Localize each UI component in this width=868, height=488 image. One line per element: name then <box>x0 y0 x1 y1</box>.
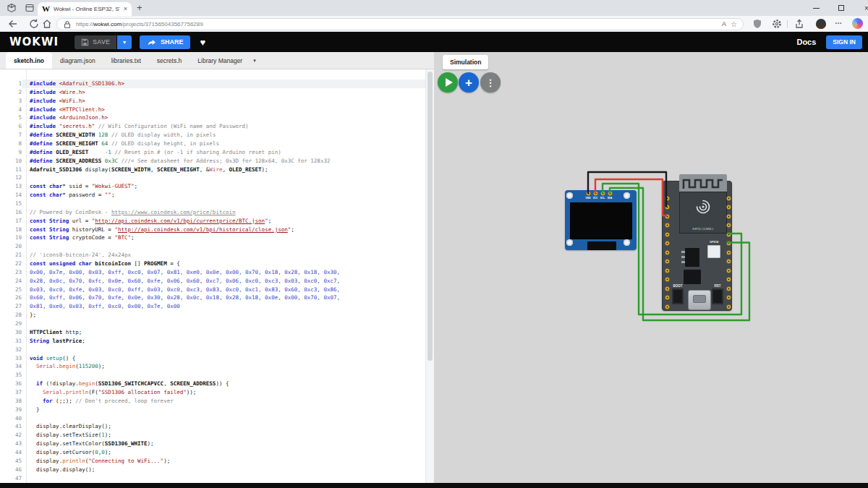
reset-button[interactable] <box>712 288 723 304</box>
esp32-pin[interactable] <box>726 277 731 282</box>
code-line[interactable]: 9#define OLED_RESET -1 // Reset pin # (o… <box>0 148 425 157</box>
esp32-pin[interactable] <box>726 268 731 273</box>
profile-avatar[interactable] <box>816 19 826 29</box>
code-line[interactable]: 40 <box>0 414 425 423</box>
url-text[interactable]: https://wokwi.com/projects/3715650435677… <box>76 21 718 27</box>
code-line[interactable]: 8#define SCREEN_HEIGHT 64 // OLED displa… <box>0 140 425 148</box>
esp32-pin[interactable] <box>665 205 670 210</box>
code-line[interactable]: 42 display.setTextSize(1); <box>0 431 425 440</box>
code-line[interactable]: 1#include <Adafruit_SSD1306.h> <box>0 80 425 88</box>
save-button[interactable]: SAVE <box>75 35 116 49</box>
code-line[interactable]: 41 display.clearDisplay(); <box>0 422 425 431</box>
code-line[interactable]: 13const char* ssid = "Wokwi-GUEST"; <box>0 182 425 191</box>
esp32-pin[interactable] <box>665 241 670 246</box>
esp32-pin[interactable] <box>726 304 731 309</box>
code-editor[interactable]: 1#include <Adafruit_SSD1306.h>2#include … <box>0 69 425 483</box>
tab-libraries-txt[interactable]: libraries.txt <box>103 52 149 69</box>
code-line[interactable]: 16// Powered by CoinDesk - https://www.c… <box>0 208 425 217</box>
code-line[interactable]: 10#define SCREEN_ADDRESS 0x3C ///< See d… <box>0 157 425 166</box>
back-icon[interactable] <box>7 18 19 30</box>
refresh-icon[interactable] <box>28 18 40 30</box>
read-aloud-icon[interactable]: A <box>722 21 726 27</box>
code-line[interactable]: 38 for (;;); // Don't proceed, loop fore… <box>0 397 425 406</box>
esp32-pin[interactable] <box>726 241 731 246</box>
lock-icon[interactable] <box>63 20 72 29</box>
settings-menu-icon[interactable]: … <box>835 17 842 25</box>
esp32-pin[interactable] <box>665 259 670 264</box>
docs-link[interactable]: Docs <box>796 38 816 46</box>
code-line[interactable]: 45 display.println("Connecting to WiFi..… <box>0 457 425 466</box>
library-manager-caret-icon[interactable]: ▾ <box>253 58 256 64</box>
esp32-pin[interactable] <box>726 259 731 264</box>
browser-essentials-icon[interactable] <box>771 18 783 30</box>
close-button[interactable]: × <box>856 0 868 16</box>
workspaces-icon[interactable] <box>7 3 17 13</box>
code-line[interactable]: 3#include <WiFi.h> <box>0 97 425 106</box>
scrollbar-thumb[interactable] <box>427 72 433 361</box>
code-line[interactable]: 240x28, 0x0c, 0x70, 0xfc, 0x0e, 0x60, 0x… <box>0 277 425 286</box>
code-line[interactable]: 15 <box>0 200 425 208</box>
code-line[interactable]: 250x03, 0xc0, 0xfe, 0x03, 0xc0, 0xff, 0x… <box>0 286 425 294</box>
sign-in-button[interactable]: SIGN IN <box>826 35 862 49</box>
share-icon[interactable] <box>793 18 805 30</box>
favorites-star-icon[interactable]: ☆ <box>731 21 737 28</box>
tab-close-icon[interactable]: × <box>124 6 127 12</box>
esp32-pin[interactable] <box>665 196 670 201</box>
code-line[interactable]: 31String lastPrice; <box>0 337 425 346</box>
favorite-heart-icon[interactable]: ♥ <box>200 38 205 47</box>
code-line[interactable]: 47 <box>0 474 425 483</box>
new-tab-button[interactable]: + <box>137 1 142 14</box>
esp32-pin[interactable] <box>726 205 731 210</box>
esp32-pin[interactable] <box>665 295 670 300</box>
copilot-icon[interactable] <box>852 18 863 29</box>
address-bar[interactable]: https://wokwi.com/projects/3715650435677… <box>56 18 744 30</box>
code-line[interactable]: 21// 'icons8-bitcoin-24', 24x24px <box>0 251 425 260</box>
code-line[interactable]: 230x00, 0x7e, 0x00, 0x03, 0xff, 0xc0, 0x… <box>0 268 425 277</box>
code-line[interactable]: 36 if (!display.begin(SSD1306_SWITCHCAPV… <box>0 380 425 388</box>
share-button[interactable]: SHARE <box>140 35 191 49</box>
minimize-button[interactable] <box>805 0 827 16</box>
code-line[interactable]: 270x81, 0xe0, 0x03, 0xff, 0xc0, 0x00, 0x… <box>0 302 425 311</box>
code-line[interactable]: 7#define SCREEN_WIDTH 128 // OLED displa… <box>0 131 425 140</box>
code-line[interactable]: 11Adafruit_SSD1306 display(SCREEN_WIDTH,… <box>0 166 425 174</box>
code-line[interactable]: 35 <box>0 371 425 380</box>
save-options-button[interactable]: ▾ <box>117 35 132 49</box>
browser-tab[interactable]: W Wokwi - Online ESP32, STM32, Ar × <box>38 2 132 16</box>
add-part-button[interactable]: + <box>459 72 479 93</box>
oled-pin-sda[interactable] <box>608 191 613 196</box>
code-line[interactable]: 39 } <box>0 406 425 414</box>
code-line[interactable]: 260x60, 0xff, 0x06, 0x70, 0xfe, 0x0e, 0x… <box>0 294 425 302</box>
code-line[interactable]: 5#include <ArduinoJson.h> <box>0 114 425 122</box>
play-button[interactable] <box>438 72 458 93</box>
code-line[interactable]: 12 <box>0 174 425 182</box>
esp32-pin[interactable] <box>726 196 731 201</box>
editor-scrollbar[interactable] <box>425 69 434 483</box>
code-line[interactable]: 33void setup() { <box>0 354 425 363</box>
simulation-tab[interactable]: Simulation <box>443 55 488 69</box>
esp32-pin[interactable] <box>726 286 731 291</box>
tab-sketch-ino[interactable]: sketch.ino <box>6 52 52 69</box>
maximize-button[interactable] <box>830 0 852 16</box>
wokwi-logo[interactable]: WOKWI <box>9 35 59 48</box>
code-line[interactable]: 46 display.display(); <box>0 466 425 474</box>
esp32-pin[interactable] <box>726 223 731 228</box>
esp32-pin[interactable] <box>665 223 670 228</box>
oled-pin-vcc[interactable] <box>593 191 598 196</box>
tab-library-manager[interactable]: Library Manager <box>190 52 250 69</box>
code-line[interactable]: 28}; <box>0 311 425 320</box>
esp32-pin[interactable] <box>726 250 731 255</box>
code-line[interactable]: 34 Serial.begin(115200); <box>0 362 425 371</box>
code-line[interactable]: 22const unsigned char bitcoinIcon [] PRO… <box>0 260 425 268</box>
code-line[interactable]: 37 Serial.println(F("SSD1306 allocation … <box>0 388 425 397</box>
code-line[interactable]: 44 display.setCursor(0,0); <box>0 448 425 457</box>
esp32-pin[interactable] <box>726 295 731 300</box>
esp32-pin[interactable] <box>665 277 670 282</box>
esp32-pin[interactable] <box>665 304 670 309</box>
sim-menu-button[interactable]: ⋮ <box>480 72 501 93</box>
oled-pin-scl[interactable] <box>600 191 605 196</box>
oled-pin-gnd[interactable] <box>586 191 591 196</box>
tab-actions-icon[interactable] <box>25 3 35 13</box>
esp32-pin[interactable] <box>726 214 731 219</box>
code-line[interactable]: 17const String url = "http://api.coindes… <box>0 217 425 226</box>
tab-diagram-json[interactable]: diagram.json <box>52 52 103 69</box>
